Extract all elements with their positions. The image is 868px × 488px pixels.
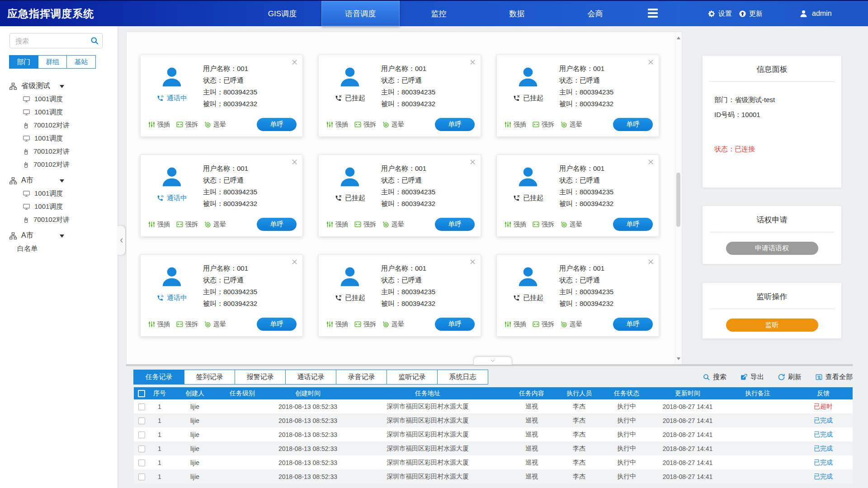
scrollbar-thumb[interactable] bbox=[676, 173, 680, 227]
close-icon[interactable] bbox=[469, 159, 476, 165]
force-break-button[interactable]: 强拆 bbox=[354, 121, 376, 129]
search-icon[interactable] bbox=[90, 36, 99, 45]
single-call-button[interactable]: 单呼 bbox=[613, 218, 653, 231]
search-records-button[interactable]: 搜索 bbox=[703, 373, 726, 381]
remote-stun-button[interactable]: 遥晕 bbox=[382, 221, 404, 229]
remote-stun-button[interactable]: 遥晕 bbox=[382, 320, 404, 328]
force-insert-button[interactable]: 强插 bbox=[148, 320, 170, 328]
close-icon[interactable] bbox=[291, 159, 298, 165]
record-tab[interactable]: 报警记录 bbox=[235, 370, 286, 385]
row-checkbox[interactable] bbox=[138, 432, 145, 438]
force-break-button[interactable]: 强拆 bbox=[532, 221, 554, 229]
export-button[interactable]: 导出 bbox=[740, 373, 764, 381]
close-icon[interactable] bbox=[291, 258, 298, 265]
nav-tab[interactable]: 语音调度 bbox=[321, 1, 400, 26]
remote-stun-button[interactable]: 遥晕 bbox=[204, 121, 226, 129]
tree-item[interactable]: A市 bbox=[0, 174, 118, 187]
sidebar-collapse-handle[interactable] bbox=[118, 226, 125, 255]
cell-feedback[interactable]: 已完成 bbox=[794, 441, 853, 455]
cell-feedback[interactable]: 已超时 bbox=[794, 399, 853, 413]
force-break-button[interactable]: 强拆 bbox=[532, 121, 554, 129]
scroll-up-arrow[interactable] bbox=[677, 35, 680, 39]
tree-item[interactable]: 1001调度 bbox=[0, 187, 118, 200]
close-icon[interactable] bbox=[469, 258, 476, 265]
force-insert-button[interactable]: 强插 bbox=[504, 121, 526, 129]
force-insert-button[interactable]: 强插 bbox=[504, 221, 526, 229]
caret-down-icon[interactable] bbox=[60, 85, 64, 90]
single-call-button[interactable]: 单呼 bbox=[257, 218, 297, 231]
menu-icon[interactable] bbox=[648, 9, 658, 18]
force-insert-button[interactable]: 强插 bbox=[148, 121, 170, 129]
user-menu[interactable]: admin bbox=[799, 1, 832, 26]
nav-tab[interactable]: 数据 bbox=[478, 1, 556, 26]
force-break-button[interactable]: 强拆 bbox=[176, 320, 198, 328]
remote-stun-button[interactable]: 遥晕 bbox=[560, 221, 582, 229]
close-icon[interactable] bbox=[469, 59, 476, 66]
sidebar-tab[interactable]: 部门 bbox=[9, 55, 38, 69]
row-checkbox[interactable] bbox=[138, 474, 145, 480]
force-break-button[interactable]: 强拆 bbox=[176, 121, 198, 129]
single-call-button[interactable]: 单呼 bbox=[435, 218, 475, 231]
force-insert-button[interactable]: 强插 bbox=[148, 221, 170, 229]
nav-tab[interactable]: GIS调度 bbox=[243, 1, 321, 26]
update-button[interactable]: 更新 bbox=[739, 1, 763, 26]
single-call-button[interactable]: 单呼 bbox=[435, 118, 475, 131]
record-tab[interactable]: 任务记录 bbox=[133, 370, 184, 385]
force-insert-button[interactable]: 强插 bbox=[326, 121, 348, 129]
cell-feedback[interactable]: 已完成 bbox=[794, 455, 853, 469]
cell-feedback[interactable]: 已完成 bbox=[794, 413, 853, 427]
tree-item[interactable]: 700102对讲 bbox=[0, 158, 118, 171]
remote-stun-button[interactable]: 遥晕 bbox=[204, 221, 226, 229]
tree-item[interactable]: 1001调度 bbox=[0, 93, 118, 106]
single-call-button[interactable]: 单呼 bbox=[613, 118, 653, 131]
cards-scrollbar[interactable] bbox=[675, 33, 681, 364]
caret-down-icon[interactable] bbox=[60, 179, 64, 185]
record-tab[interactable]: 系统日志 bbox=[437, 370, 488, 385]
record-tab[interactable]: 签到记录 bbox=[184, 370, 235, 385]
force-break-button[interactable]: 强拆 bbox=[176, 221, 198, 229]
force-break-button[interactable]: 强拆 bbox=[354, 320, 376, 328]
remote-stun-button[interactable]: 遥晕 bbox=[204, 320, 226, 328]
tree-item[interactable]: A市 bbox=[0, 229, 118, 242]
tree-item[interactable]: 省级测试 bbox=[0, 80, 118, 93]
row-checkbox[interactable] bbox=[138, 460, 145, 466]
tree-item[interactable]: 700102对讲 bbox=[0, 213, 118, 226]
request-floor-button[interactable]: 申请话语权 bbox=[726, 242, 818, 255]
close-icon[interactable] bbox=[647, 59, 654, 66]
bottom-collapse-handle[interactable] bbox=[473, 357, 512, 365]
force-insert-button[interactable]: 强插 bbox=[326, 221, 348, 229]
single-call-button[interactable]: 单呼 bbox=[613, 318, 653, 331]
force-break-button[interactable]: 强拆 bbox=[354, 221, 376, 229]
settings-button[interactable]: 设置 bbox=[708, 1, 732, 26]
record-tab[interactable]: 录音记录 bbox=[336, 370, 387, 385]
row-checkbox[interactable] bbox=[138, 418, 145, 424]
force-break-button[interactable]: 强拆 bbox=[532, 320, 554, 328]
remote-stun-button[interactable]: 遥晕 bbox=[560, 121, 582, 129]
remote-stun-button[interactable]: 遥晕 bbox=[560, 320, 582, 328]
single-call-button[interactable]: 单呼 bbox=[257, 118, 297, 131]
view-all-button[interactable]: 查看全部 bbox=[815, 373, 853, 381]
close-icon[interactable] bbox=[647, 159, 654, 165]
record-tab[interactable]: 监听记录 bbox=[387, 370, 438, 385]
cell-feedback[interactable]: 已完成 bbox=[794, 469, 853, 483]
search-input[interactable] bbox=[9, 33, 103, 48]
close-icon[interactable] bbox=[647, 258, 654, 265]
row-checkbox[interactable] bbox=[138, 446, 145, 452]
monitor-button[interactable]: 监听 bbox=[726, 319, 818, 332]
nav-tab[interactable]: 会商 bbox=[556, 1, 634, 26]
record-tab[interactable]: 通话记录 bbox=[285, 370, 336, 385]
tree-item[interactable]: 700102对讲 bbox=[0, 119, 118, 132]
single-call-button[interactable]: 单呼 bbox=[257, 318, 297, 331]
single-call-button[interactable]: 单呼 bbox=[435, 318, 475, 331]
caret-down-icon[interactable] bbox=[60, 235, 64, 240]
force-insert-button[interactable]: 强插 bbox=[504, 320, 526, 328]
close-icon[interactable] bbox=[291, 59, 298, 66]
tree-item[interactable]: 1001调度 bbox=[0, 106, 118, 119]
row-checkbox[interactable] bbox=[138, 404, 145, 410]
force-insert-button[interactable]: 强插 bbox=[326, 320, 348, 328]
tree-item[interactable]: 700102对讲 bbox=[0, 145, 118, 158]
scroll-down-arrow[interactable] bbox=[677, 357, 680, 362]
sidebar-tab[interactable]: 群组 bbox=[38, 55, 67, 69]
tree-item[interactable]: 白名单 bbox=[0, 242, 118, 255]
tree-item[interactable]: 1001调度 bbox=[0, 132, 118, 145]
